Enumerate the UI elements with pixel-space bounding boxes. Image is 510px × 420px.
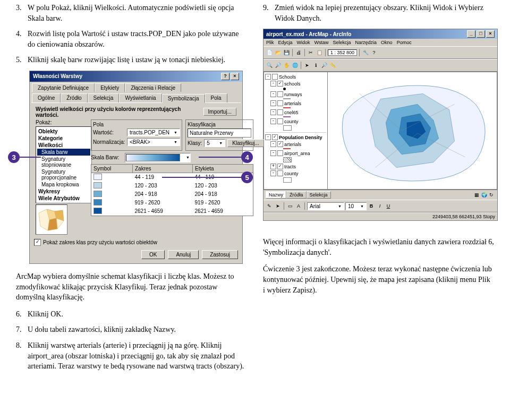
print-icon[interactable]: 🖨: [295, 49, 302, 56]
select-icon[interactable]: ➤: [303, 62, 311, 69]
arcmap-toolbar-1[interactable]: 📄 📂 💾 🖨 ✂ 📋 1 : 352 800 🔧 ?: [264, 46, 497, 59]
cancel-button[interactable]: Anuluj: [168, 250, 199, 259]
menu-item[interactable]: Wstaw: [314, 40, 329, 45]
toc-item[interactable]: -runways: [265, 91, 326, 98]
color-ramp-dropdown[interactable]: ▼: [125, 153, 191, 162]
layer-checkbox[interactable]: ✓: [277, 164, 283, 169]
toc-item[interactable]: +✓tracts: [265, 163, 326, 170]
toc-item[interactable]: -cnel65: [265, 109, 326, 116]
arcmap-menubar[interactable]: PlikEdycjaWidokWstawSelekcjaNarzędziaOkn…: [264, 39, 497, 46]
scale-input[interactable]: 1 : 352 800: [328, 49, 357, 56]
new-icon[interactable]: 📄: [266, 49, 273, 56]
table-row[interactable]: 204 - 918204 - 918: [91, 190, 253, 199]
layer-checkbox[interactable]: [277, 100, 283, 106]
show-panel-item[interactable]: Wielkości: [37, 142, 90, 149]
layer-checkbox[interactable]: [277, 109, 283, 115]
toc-bottom-tab[interactable]: Selekcja: [307, 191, 331, 199]
toc-item[interactable]: [265, 125, 326, 131]
layout-view-icon[interactable]: ▦: [473, 191, 480, 199]
cut-icon[interactable]: ✂: [307, 49, 314, 56]
show-panel-item[interactable]: Obiekty: [37, 128, 90, 135]
arcmap-drawing-toolbar[interactable]: ✎ ➤ ▭ A Arial▼ 10▼ B I U: [264, 200, 497, 212]
toc-item[interactable]: [265, 177, 326, 183]
toc-bottom-tab[interactable]: Źródła: [286, 191, 307, 199]
expand-icon[interactable]: -: [270, 100, 276, 106]
show-panel[interactable]: ObiektyKategorieWielkościSkala barwSygna…: [36, 126, 92, 203]
minimize-icon[interactable]: _: [467, 30, 475, 38]
expand-icon[interactable]: -: [265, 134, 271, 140]
font-dropdown[interactable]: Arial▼: [307, 202, 344, 210]
dialog-tab[interactable]: Źródło: [61, 93, 87, 102]
table-row[interactable]: 120 - 203120 - 203: [91, 182, 253, 190]
maximize-icon[interactable]: □: [477, 30, 485, 38]
menu-item[interactable]: Edycja: [278, 40, 293, 45]
layer-checkbox[interactable]: ✓: [277, 141, 283, 147]
refresh-icon[interactable]: ↻: [488, 191, 495, 199]
layer-checkbox[interactable]: [277, 170, 283, 176]
text-icon[interactable]: A: [295, 202, 302, 210]
menu-item[interactable]: Narzędzia: [355, 40, 377, 45]
help-icon[interactable]: ?: [221, 73, 230, 80]
layer-checkbox[interactable]: [277, 91, 283, 97]
show-panel-item[interactable]: Skala barw: [37, 149, 90, 156]
open-icon[interactable]: 📂: [274, 49, 282, 56]
data-view-icon[interactable]: 🌍: [480, 191, 488, 199]
toc-item[interactable]: [265, 157, 326, 163]
full-extent-icon[interactable]: 🌐: [291, 62, 299, 69]
help-icon[interactable]: ?: [370, 49, 378, 56]
toc-item[interactable]: -Schools: [265, 73, 326, 80]
show-panel-item[interactable]: Mapa kropkowa: [37, 181, 90, 188]
toc-item[interactable]: -airport_area: [265, 150, 326, 157]
expand-icon[interactable]: -: [270, 141, 276, 147]
expand-icon[interactable]: -: [270, 109, 276, 115]
expand-icon[interactable]: -: [270, 81, 276, 87]
show-panel-item[interactable]: Kategorie: [37, 135, 90, 142]
toc-bottom-tab[interactable]: Nazwy: [266, 191, 286, 199]
expand-icon[interactable]: -: [270, 118, 276, 124]
classes-dropdown[interactable]: 5▼: [204, 139, 225, 147]
font-size-dropdown[interactable]: 10▼: [345, 202, 367, 210]
italic-icon[interactable]: I: [376, 202, 384, 210]
layer-checkbox[interactable]: ✓: [277, 81, 283, 87]
dialog-tab[interactable]: Etykiety: [95, 83, 125, 92]
copy-icon[interactable]: 📋: [316, 49, 323, 56]
ok-button[interactable]: OK: [141, 250, 165, 259]
menu-item[interactable]: Widok: [297, 40, 310, 45]
expand-icon[interactable]: -: [270, 91, 276, 97]
toc-item[interactable]: -✓arterials: [265, 141, 326, 148]
expand-icon[interactable]: -: [270, 150, 276, 156]
show-panel-item[interactable]: Sygnatury proporcjonalne: [37, 168, 90, 181]
toc-item[interactable]: -county: [265, 118, 326, 125]
underline-icon[interactable]: U: [385, 202, 392, 210]
save-icon[interactable]: 💾: [283, 49, 290, 56]
toc-item[interactable]: -✓Population Density: [265, 134, 326, 141]
dialog-tab[interactable]: Złączenia i Relacje: [125, 83, 181, 92]
identify-icon[interactable]: ℹ: [312, 62, 319, 69]
menu-item[interactable]: Okno: [381, 40, 393, 45]
tool-icon[interactable]: 🔧: [362, 49, 369, 56]
show-ranges-checkbox[interactable]: ✓: [34, 239, 41, 246]
layer-checkbox[interactable]: [277, 150, 283, 156]
pan-icon[interactable]: ✋: [283, 62, 290, 69]
map-view[interactable]: [328, 72, 497, 189]
measure-icon[interactable]: 📏: [329, 62, 336, 69]
zoom-out-icon[interactable]: 🔎: [274, 62, 282, 69]
bold-icon[interactable]: B: [368, 202, 375, 210]
toc-item[interactable]: -county: [265, 170, 326, 177]
menu-item[interactable]: Plik: [266, 40, 274, 45]
table-header[interactable]: Zakres: [132, 164, 192, 173]
find-icon[interactable]: 🔎: [320, 62, 328, 69]
table-row[interactable]: 2621 - 46592621 - 4659: [91, 207, 253, 216]
pointer-icon[interactable]: ➤: [274, 202, 282, 210]
dialog-tab[interactable]: Wyświetlania: [119, 93, 162, 102]
show-panel-item[interactable]: Wykresy: [37, 188, 90, 195]
import-button[interactable]: Importuj...: [203, 108, 236, 116]
close-icon[interactable]: ×: [486, 30, 495, 38]
close-icon[interactable]: ×: [231, 73, 239, 80]
toc-item[interactable]: -arterials: [265, 100, 326, 107]
expand-icon[interactable]: -: [270, 170, 276, 176]
show-panel-item[interactable]: Wiele Atrybutów: [37, 195, 90, 202]
zoom-in-icon[interactable]: 🔍: [266, 62, 273, 69]
layer-checkbox[interactable]: [277, 118, 283, 124]
rect-icon[interactable]: ▭: [286, 202, 294, 210]
